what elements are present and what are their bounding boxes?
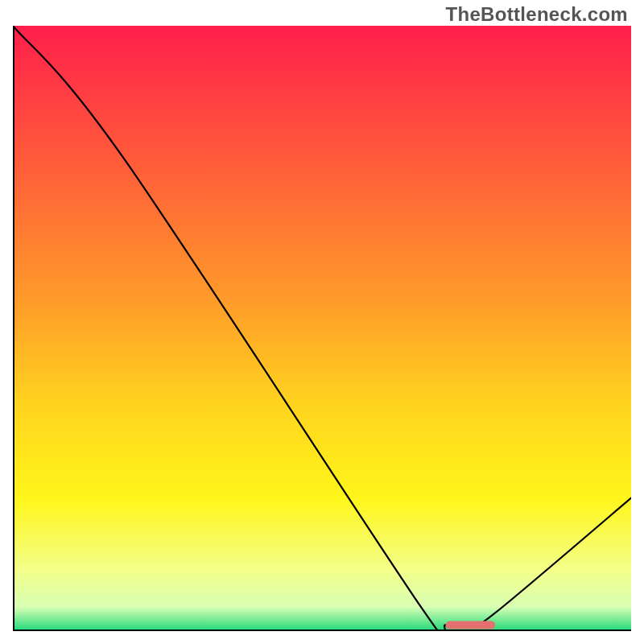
chart-optimal-marker bbox=[446, 621, 495, 629]
chart-plot-area bbox=[13, 26, 631, 631]
chart-gradient-background bbox=[13, 26, 631, 631]
chart-svg bbox=[13, 26, 631, 631]
watermark-text: TheBottleneck.com bbox=[446, 3, 628, 26]
chart-container: TheBottleneck.com bbox=[0, 0, 644, 644]
